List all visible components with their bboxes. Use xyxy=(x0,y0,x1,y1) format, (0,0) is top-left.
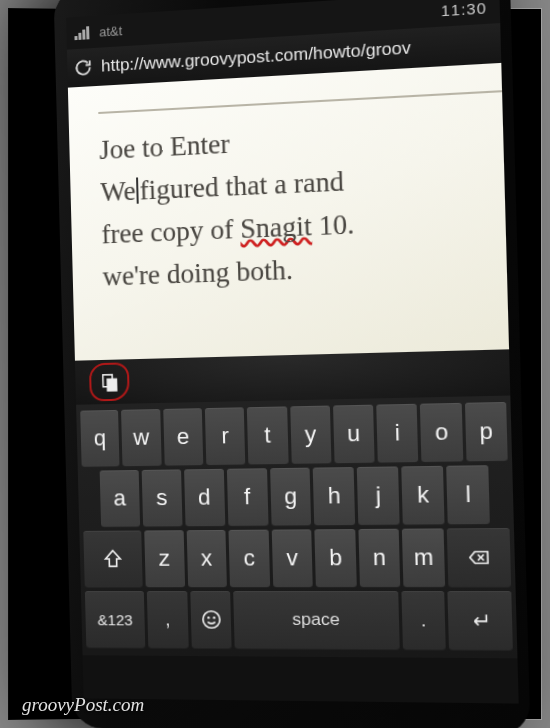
clock: 11:30 xyxy=(441,0,492,19)
key-u[interactable]: u xyxy=(333,405,375,464)
svg-point-3 xyxy=(207,616,209,618)
key-numbers[interactable]: &123 xyxy=(85,591,146,648)
carrier-label: at&t xyxy=(99,23,122,40)
key-space[interactable]: space xyxy=(233,591,400,649)
key-r[interactable]: r xyxy=(205,407,246,465)
emoji-icon xyxy=(199,608,222,630)
keyboard-row-2: a s d f g h j k l xyxy=(82,465,510,527)
key-f[interactable]: f xyxy=(227,468,269,526)
spellcheck-error[interactable]: Snagit xyxy=(240,210,312,244)
paste-button-highlight[interactable] xyxy=(89,362,130,401)
on-screen-keyboard: q w e r t y u i o p a s d f g h xyxy=(76,396,517,659)
key-k[interactable]: k xyxy=(402,466,445,525)
key-p[interactable]: p xyxy=(465,402,508,461)
paste-icon xyxy=(101,372,118,391)
key-x[interactable]: x xyxy=(186,530,227,587)
key-z[interactable]: z xyxy=(144,530,184,587)
key-w[interactable]: w xyxy=(121,409,161,466)
editable-text-box[interactable]: Joe to Enter Wefigured that a rand free … xyxy=(98,83,509,298)
key-g[interactable]: g xyxy=(270,468,312,526)
key-s[interactable]: s xyxy=(142,469,183,526)
key-i[interactable]: i xyxy=(376,404,418,463)
key-v[interactable]: v xyxy=(271,529,313,587)
key-emoji[interactable] xyxy=(190,591,232,648)
svg-point-2 xyxy=(202,611,219,628)
key-o[interactable]: o xyxy=(420,403,463,462)
keyboard-row-4: &123 , space . xyxy=(85,591,513,650)
key-b[interactable]: b xyxy=(315,529,357,587)
signal-icon xyxy=(74,26,89,40)
backspace-icon xyxy=(467,546,491,569)
key-e[interactable]: e xyxy=(163,408,203,465)
key-d[interactable]: d xyxy=(184,469,225,526)
enter-icon xyxy=(468,609,492,632)
key-enter[interactable] xyxy=(447,591,513,650)
web-content[interactable]: Joe to Enter Wefigured that a rand free … xyxy=(68,63,509,361)
key-h[interactable]: h xyxy=(313,467,355,525)
key-period[interactable]: . xyxy=(402,591,446,649)
phone-body: at&t 11:30 http://www.groovypost.com/how… xyxy=(53,0,530,728)
key-t[interactable]: t xyxy=(247,406,288,464)
photo-frame: at&t 11:30 http://www.groovypost.com/how… xyxy=(8,8,542,720)
watermark: groovyPost.com xyxy=(22,694,144,716)
text-fragment: 10. xyxy=(311,208,354,241)
key-comma[interactable]: , xyxy=(147,591,188,648)
shift-icon xyxy=(102,548,125,570)
key-y[interactable]: y xyxy=(290,406,331,464)
svg-rect-1 xyxy=(107,378,117,390)
text-fragment: free copy of xyxy=(101,213,241,249)
phone-screen: at&t 11:30 http://www.groovypost.com/how… xyxy=(66,0,519,704)
key-j[interactable]: j xyxy=(357,466,400,524)
key-backspace[interactable] xyxy=(447,528,511,587)
key-n[interactable]: n xyxy=(358,529,400,587)
key-q[interactable]: q xyxy=(80,410,120,467)
key-shift[interactable] xyxy=(83,531,142,588)
reload-icon[interactable] xyxy=(73,57,93,78)
text-before-cursor: We xyxy=(100,175,136,207)
text-after-cursor: figured that a rand xyxy=(139,166,344,206)
keyboard-row-1: q w e r t y u i o p xyxy=(80,402,508,467)
key-l[interactable]: l xyxy=(446,465,490,524)
keyboard-row-3: z x c v b n m xyxy=(83,528,511,587)
key-c[interactable]: c xyxy=(229,530,270,587)
svg-point-4 xyxy=(212,616,214,618)
key-m[interactable]: m xyxy=(402,528,445,586)
key-a[interactable]: a xyxy=(100,470,140,527)
